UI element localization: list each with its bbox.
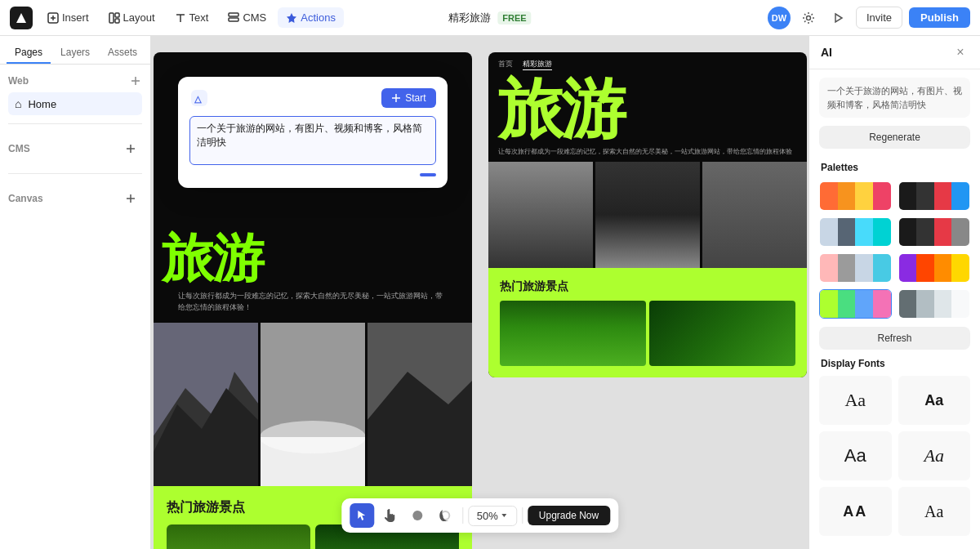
- ai-textarea[interactable]: 一个关于旅游的网站，有图片、视频和博客，风格简洁明快: [189, 116, 436, 165]
- cms-menu-button[interactable]: CMS: [220, 7, 274, 28]
- hero-image-3: [368, 323, 472, 486]
- add-canvas-button[interactable]: [119, 187, 142, 210]
- moon-tool-button[interactable]: [433, 503, 457, 528]
- tab-assets[interactable]: Assets: [100, 42, 145, 64]
- regenerate-button[interactable]: Regenerate: [819, 126, 970, 149]
- page2-nav-home: 首页: [498, 59, 513, 70]
- font-card-display[interactable]: Aa: [898, 431, 971, 480]
- svg-point-33: [412, 511, 422, 520]
- home-icon: ⌂: [15, 97, 21, 110]
- ai-start-button[interactable]: Start: [381, 88, 435, 108]
- hero-images: [154, 323, 472, 486]
- app-logo[interactable]: [10, 7, 33, 29]
- palette-swatch-6[interactable]: [898, 253, 971, 283]
- font-card-black[interactable]: Aa: [898, 376, 971, 425]
- sidebar-item-home[interactable]: ⌂ Home: [8, 92, 142, 115]
- svg-marker-0: [16, 13, 26, 23]
- palette-color: [916, 254, 934, 282]
- font-card-extra[interactable]: Aa: [898, 487, 971, 536]
- page-canvas-right[interactable]: 首页 精彩旅游 旅游 让每次旅行都成为一段难忘的记忆，探索大自然的无尽美秘，一站…: [488, 52, 807, 377]
- font-card-caps[interactable]: AA: [819, 487, 892, 536]
- palette-swatch-8[interactable]: [898, 289, 971, 319]
- zoom-control[interactable]: 50%: [468, 506, 517, 526]
- palette-color: [916, 290, 934, 318]
- hero-image-1: [154, 323, 258, 486]
- palette-swatch-5[interactable]: [819, 253, 892, 283]
- palette-color: [873, 218, 891, 246]
- svg-text:△: △: [194, 94, 202, 104]
- tab-pages[interactable]: Pages: [7, 42, 51, 64]
- palette-color: [916, 182, 934, 210]
- font-card-serif[interactable]: Aa: [819, 376, 892, 425]
- palette-color: [916, 218, 934, 246]
- palette-swatch-2[interactable]: [898, 181, 971, 211]
- top-navigation: Insert Layout Text CMS Actions 精彩旅游 FREE…: [0, 0, 980, 36]
- palette-color: [934, 182, 952, 210]
- page2-forest-img-1: [500, 301, 646, 366]
- palette-color: [855, 290, 873, 318]
- palette-swatch-7[interactable]: [819, 289, 892, 319]
- hero-title: 旅游: [154, 232, 472, 284]
- palette-swatch-4[interactable]: [898, 217, 971, 247]
- canvas-section: Canvas: [0, 177, 150, 220]
- zoom-value: 50%: [477, 510, 498, 522]
- svg-marker-11: [287, 13, 296, 23]
- palette-color: [838, 290, 856, 318]
- palette-color: [951, 254, 969, 282]
- page2-nav-travel: 精彩旅游: [523, 59, 552, 70]
- palette-color: [855, 182, 873, 210]
- start-label: Start: [405, 92, 425, 104]
- font-card-sans[interactable]: Aa: [819, 431, 892, 480]
- add-web-page-button[interactable]: [129, 74, 142, 87]
- layout-menu-button[interactable]: Layout: [100, 7, 163, 28]
- close-sidebar-button[interactable]: ×: [952, 44, 969, 60]
- palette-swatch-3[interactable]: [819, 217, 892, 247]
- svg-marker-32: [358, 511, 365, 520]
- web-section-label: Web: [8, 75, 29, 87]
- text-menu-button[interactable]: Text: [167, 7, 217, 28]
- web-section: Web ⌂ Home: [0, 65, 150, 120]
- hero-image-2: [261, 323, 365, 486]
- shape-tool-button[interactable]: [405, 503, 430, 528]
- publish-button[interactable]: Publish: [909, 7, 970, 28]
- svg-rect-10: [229, 18, 238, 21]
- palette-color: [899, 290, 917, 318]
- svg-rect-6: [115, 19, 119, 23]
- cms-section: CMS: [0, 127, 150, 170]
- insert-menu-button[interactable]: Insert: [39, 7, 97, 28]
- ai-chat-avatar-area: [809, 544, 980, 549]
- invite-button[interactable]: Invite: [856, 7, 902, 29]
- add-cms-button[interactable]: [119, 137, 142, 160]
- user-avatar[interactable]: DW: [768, 7, 791, 29]
- page2-bottom-section: 热门旅游景点: [488, 268, 807, 377]
- ai-footer: [189, 173, 436, 176]
- hand-tool-button[interactable]: [377, 503, 402, 528]
- palette-color: [899, 218, 917, 246]
- canvas-area[interactable]: △ Start 一个关于旅游的网站，有图片、视频和博客，风格简洁明快 旅游 让每…: [151, 36, 808, 549]
- refresh-palettes-button[interactable]: Refresh: [819, 327, 970, 350]
- palette-color: [899, 254, 917, 282]
- palette-color: [934, 254, 952, 282]
- palette-color: [899, 182, 917, 210]
- display-fonts-section: Display Fonts Aa Aa Aa Aa AA Aa: [809, 358, 980, 544]
- svg-rect-9: [229, 13, 238, 16]
- bottom-img-1: [167, 524, 310, 549]
- palette-color: [820, 254, 838, 282]
- palette-color: [873, 290, 891, 318]
- palette-swatch-1[interactable]: [819, 181, 892, 211]
- page-canvas-left[interactable]: △ Start 一个关于旅游的网站，有图片、视频和博客，风格简洁明快 旅游 让每…: [154, 52, 472, 549]
- actions-menu-button[interactable]: Actions: [278, 7, 344, 28]
- svg-rect-4: [109, 13, 114, 23]
- sidebar-divider-2: [8, 173, 142, 174]
- palette-color: [855, 254, 873, 282]
- preview-button[interactable]: [826, 7, 849, 29]
- select-tool-button[interactable]: [350, 503, 374, 528]
- upgrade-button[interactable]: Upgrade Now: [528, 506, 610, 525]
- palette-color: [951, 182, 969, 210]
- palette-color: [873, 254, 891, 282]
- tab-layers[interactable]: Layers: [52, 42, 98, 64]
- canvas-section-label: Canvas: [8, 193, 43, 204]
- settings-button[interactable]: [797, 7, 820, 29]
- site-title-area: 精彩旅游 FREE: [448, 11, 531, 25]
- site-title: 精彩旅游: [448, 11, 491, 25]
